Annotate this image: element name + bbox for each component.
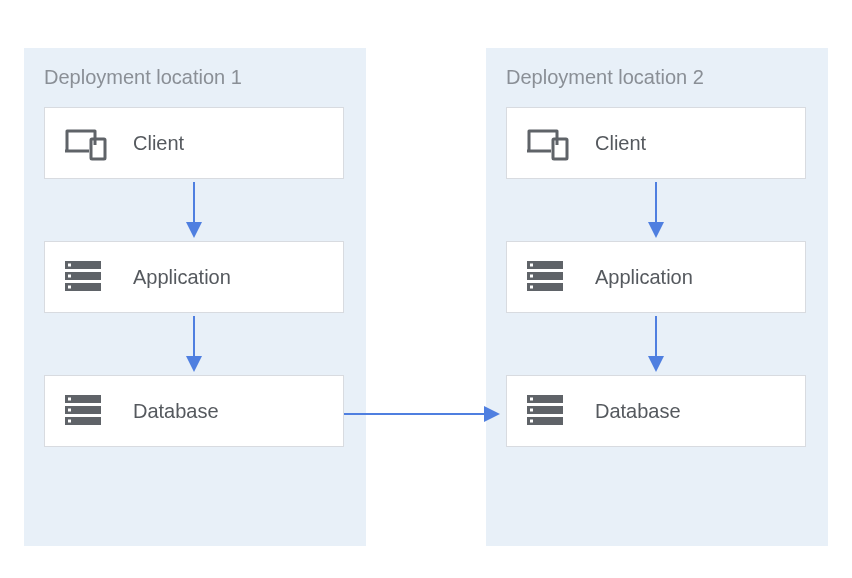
arrows-overlay — [0, 0, 852, 578]
